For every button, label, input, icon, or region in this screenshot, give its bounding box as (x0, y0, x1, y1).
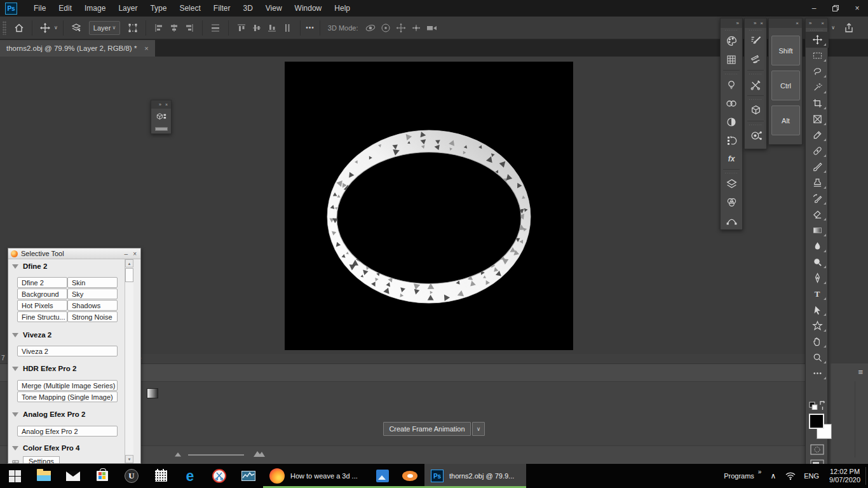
3d-camera-icon[interactable] (424, 20, 439, 36)
edit-toolbar-icon[interactable] (806, 365, 829, 381)
filter-button-hot-pixels[interactable]: Hot Pixels (17, 300, 67, 311)
task-manager-icon[interactable] (234, 464, 263, 488)
section-header-hdr-efex[interactable]: HDR Efex Pro 2 (12, 365, 76, 372)
layers-panel-icon[interactable] (721, 175, 742, 193)
healing-brush-tool[interactable] (806, 143, 829, 159)
blur-tool[interactable] (806, 238, 829, 254)
layer-select-dropdown[interactable]: Layer ∨ (89, 21, 120, 35)
edge-icon[interactable]: e (175, 464, 205, 488)
brush-tool[interactable] (806, 159, 829, 175)
expand-panel-icon[interactable]: » (754, 20, 756, 26)
menu-type[interactable]: Type (144, 0, 173, 17)
menu-layer[interactable]: Layer (112, 0, 144, 17)
mini-panel-dropdown[interactable] (155, 127, 168, 131)
move-tool[interactable] (806, 32, 829, 48)
panel-close-icon[interactable]: × (133, 250, 137, 257)
crop-tool[interactable] (806, 95, 829, 111)
hand-tool[interactable] (806, 334, 829, 349)
filter-button-strong-noise[interactable]: Strong Noise (67, 311, 118, 322)
expand-panel-icon[interactable]: » (809, 20, 811, 26)
close-panel-icon[interactable]: × (165, 102, 168, 107)
section-header-viveza[interactable]: Viveza 2 (12, 331, 51, 339)
settings-button[interactable]: Settings (23, 456, 60, 464)
menu-window[interactable]: Window (288, 0, 329, 17)
menu-edit[interactable]: Edit (52, 0, 78, 17)
restore-button[interactable] (825, 0, 846, 17)
history-panel-icon[interactable] (721, 131, 742, 149)
blender-icon[interactable] (395, 464, 424, 488)
section-header-dfine[interactable]: Dfine 2 (12, 262, 47, 270)
panel-scrollbar[interactable]: ▲ ▼ (125, 259, 133, 464)
menu-image[interactable]: Image (78, 0, 112, 17)
color-table-panel-icon[interactable] (721, 50, 742, 69)
taskbar-window-photoshop[interactable]: Ps thorns2.obj @ 79.9... (424, 464, 526, 488)
3d-pan-icon[interactable] (393, 20, 409, 36)
align-left-icon[interactable] (151, 20, 166, 36)
menu-view[interactable]: View (259, 0, 288, 17)
move-tool-option-icon[interactable] (37, 20, 53, 36)
filter-button-tone-mapping[interactable]: Tone Mapping (Single Image) (17, 391, 118, 402)
share-icon[interactable] (841, 20, 857, 36)
options-grip[interactable] (3, 21, 6, 35)
brush-settings-panel-icon[interactable] (745, 32, 766, 50)
tab-close-icon[interactable]: × (144, 44, 148, 52)
timeline-zoom-slider[interactable] (188, 454, 244, 456)
filter-button-background[interactable]: Background (17, 288, 67, 299)
timeline-gradient-icon[interactable] (147, 388, 158, 398)
filter-button-viveza2[interactable]: Viveza 2 (17, 346, 118, 356)
mail-icon[interactable] (58, 464, 88, 488)
3d-panel-icon[interactable] (745, 101, 766, 119)
snipping-tool-icon[interactable] (205, 464, 234, 488)
section-header-analog-efex[interactable]: Analog Efex Pro 2 (12, 410, 85, 418)
document-tab[interactable]: thorns2.obj @ 79.9% (Layer 2, RGB/8) * × (0, 40, 155, 57)
menu-file[interactable]: File (27, 0, 52, 17)
expand-panel-icon[interactable]: » (159, 102, 161, 107)
align-top-icon[interactable] (234, 20, 249, 36)
distribute-icon[interactable] (208, 20, 223, 36)
gradient-tool[interactable] (806, 222, 829, 238)
menu-3d[interactable]: 3D (236, 0, 259, 17)
learn-panel-icon[interactable] (721, 76, 742, 94)
path-selection-tool[interactable] (806, 302, 829, 318)
3d-roll-icon[interactable] (378, 20, 393, 36)
distribute-vertical-icon[interactable] (280, 20, 295, 36)
align-bottom-icon[interactable] (264, 20, 280, 36)
show-hidden-icons[interactable]: ∧ (770, 471, 776, 480)
filter-button-skin[interactable]: Skin (67, 277, 118, 288)
filter-button-dfine2[interactable]: Dfine 2 (17, 277, 67, 288)
close-button[interactable]: × (846, 0, 868, 17)
swatches-panel-icon[interactable] (721, 32, 742, 50)
panel-minimize-icon[interactable]: – (125, 250, 128, 257)
foreground-color-swatch[interactable] (809, 414, 824, 429)
magic-wand-tool[interactable] (806, 79, 829, 95)
close-panel-icon[interactable]: × (796, 20, 799, 26)
thorns-ring-3d-object[interactable] (285, 62, 573, 350)
document-canvas[interactable] (285, 62, 573, 350)
mini-3d-icon[interactable] (151, 109, 171, 125)
marquee-tool[interactable] (806, 48, 829, 64)
microsoft-store-icon[interactable] (88, 464, 117, 488)
minimize-button[interactable]: – (803, 0, 825, 17)
menu-select[interactable]: Select (173, 0, 207, 17)
filter-button-shadows[interactable]: Shadows (67, 300, 118, 311)
timeline-zoom-in-icon[interactable] (253, 449, 266, 458)
ctrl-key-button[interactable]: Ctrl (771, 71, 800, 100)
3d-orbit-icon[interactable] (363, 20, 378, 36)
taskbar-clock[interactable]: 12:02 PM 9/07/2020 (829, 468, 860, 484)
expand-panel-icon[interactable]: » (736, 20, 739, 26)
file-explorer-icon[interactable] (29, 464, 58, 488)
create-frame-animation-button[interactable]: Create Frame Animation (383, 422, 471, 436)
menu-help[interactable]: Help (328, 0, 356, 17)
adjustments-panel-icon[interactable] (721, 112, 742, 131)
history-brush-tool[interactable] (806, 191, 829, 207)
panel-menu-icon[interactable]: ≡ (858, 367, 863, 377)
timeline-zoom-out-icon[interactable] (174, 451, 182, 457)
start-button[interactable] (0, 464, 29, 488)
channels-panel-icon[interactable] (721, 193, 742, 212)
zoom-tool[interactable] (806, 349, 829, 365)
shape-tool[interactable] (806, 318, 829, 334)
auto-select-icon[interactable] (69, 20, 84, 36)
styles-panel-icon[interactable]: fx (721, 149, 742, 168)
close-panel-icon[interactable]: × (821, 20, 824, 26)
tool-utilities-panel-icon[interactable] (745, 76, 766, 94)
